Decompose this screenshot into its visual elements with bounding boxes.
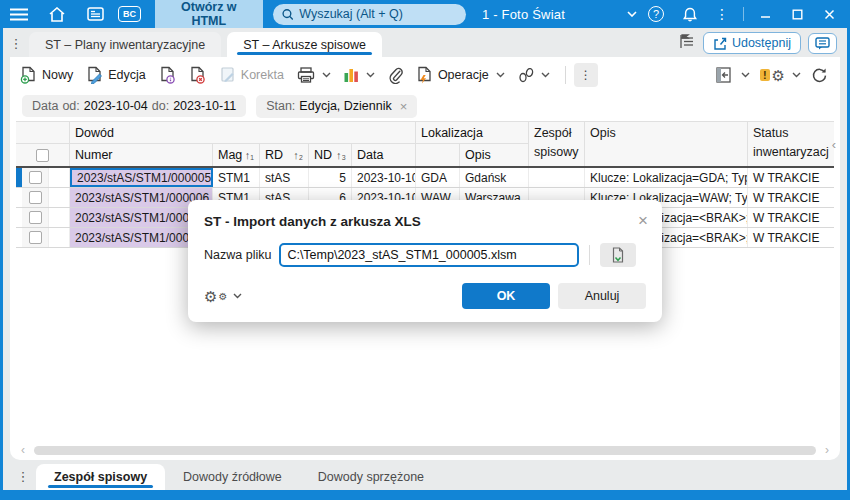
filter-chip-stan[interactable]: Stan: Edycja, Dziennik × (256, 95, 417, 118)
footer-tab-dowody-zrodlowe[interactable]: Dowody źródłowe (165, 464, 300, 490)
cancel-button[interactable]: Anuluj (558, 283, 646, 309)
filter-do-label: do: (152, 99, 169, 113)
preview-button[interactable] (159, 66, 176, 84)
edit-button-label: Edycja (108, 68, 146, 82)
col-header-data[interactable]: Data (352, 144, 416, 166)
browse-file-button[interactable] (600, 243, 636, 267)
file-open-icon (611, 247, 625, 263)
help-icon[interactable]: ? (643, 3, 669, 25)
document-delete-icon (189, 66, 206, 84)
group-header-lokalizacja[interactable]: Lokalizacja (416, 122, 529, 144)
tab-arkusze-spisowe[interactable]: ST – Arkusze spisowe (227, 32, 382, 57)
col-header-mag[interactable]: Mag ↑₁ (213, 144, 260, 166)
edit-button[interactable]: Edycja (86, 66, 146, 84)
col-header-lok-opis[interactable]: Opis (460, 144, 529, 166)
bc-icon[interactable]: BC (118, 3, 141, 25)
filter-remove-icon[interactable]: × (400, 99, 408, 114)
company-chevron-down-icon[interactable] (621, 3, 643, 25)
new-document-icon (20, 66, 37, 84)
col-header-zespol-spisowy[interactable]: Zespół spisowy (529, 122, 585, 166)
news-icon[interactable] (84, 3, 106, 25)
col-mag-label: Mag (218, 148, 242, 162)
print-button[interactable] (297, 67, 331, 83)
attachments-button[interactable] (388, 67, 403, 84)
col-nd-label: ND (314, 148, 332, 162)
filter-od-label: od: (62, 99, 79, 113)
gear-icon: ⚙ (204, 289, 217, 304)
sort-asc-1-icon: ↑₁ (245, 149, 254, 161)
layout-tree-icon[interactable] (679, 34, 696, 52)
row-state-cell (49, 168, 70, 187)
tab-plany-inwentaryzacyjne[interactable]: ST – Plany inwentaryzacyjne (29, 32, 221, 57)
col-header-rd[interactable]: RD ↑₂ (260, 144, 309, 166)
row-checkbox[interactable] (29, 231, 42, 244)
workflow-button[interactable] (518, 68, 550, 83)
bar-chart-icon (344, 67, 359, 83)
select-all-checkbox[interactable] (36, 149, 49, 162)
footer-tab-zespol-spisowy[interactable]: Zespół spisowy (36, 464, 165, 490)
ok-button[interactable]: OK (462, 283, 550, 309)
share-button[interactable]: Udostępnij (703, 32, 801, 54)
refresh-button[interactable] (811, 67, 828, 83)
dialog-close-icon[interactable]: × (638, 212, 648, 229)
maximize-button[interactable] (784, 3, 810, 25)
file-name-input[interactable] (279, 243, 579, 267)
minimize-button[interactable] (752, 3, 778, 25)
chevron-down-icon (322, 72, 331, 78)
chevron-down-icon (741, 72, 750, 78)
col-header-status[interactable]: Status inwentaryzacj (748, 122, 830, 166)
notifications-bell-icon[interactable] (677, 3, 703, 25)
delete-button[interactable] (189, 66, 206, 84)
row-checkbox[interactable] (29, 191, 42, 204)
operations-button-label: Operacje (438, 68, 489, 82)
col-header-nd[interactable]: ND ↑₃ (309, 144, 352, 166)
operations-button[interactable]: Operacje (416, 66, 505, 84)
comments-button[interactable] (808, 33, 837, 54)
new-button[interactable]: Nowy (20, 66, 73, 84)
col-header-opis[interactable]: Opis (585, 122, 748, 166)
global-search[interactable] (273, 4, 466, 25)
footer-tab-dowody-sprzezone[interactable]: Dowody sprzężone (300, 464, 442, 490)
file-name-label: Nazwa pliku (204, 248, 271, 262)
close-window-button[interactable] (816, 3, 842, 25)
scroll-left-icon[interactable]: ‹ (16, 443, 30, 457)
toolbar-more-button[interactable]: ⋮ (574, 63, 598, 87)
horizontal-scrollbar[interactable]: ‹ › (16, 444, 834, 456)
cell-lokalizacja: GDA (416, 168, 460, 187)
menu-icon[interactable] (8, 3, 30, 25)
tabbar-right: Udostępnij (679, 32, 847, 57)
charts-button[interactable] (344, 67, 375, 83)
correction-button: Korekta (219, 66, 284, 84)
scrollbar-track[interactable] (30, 446, 820, 455)
scrollbar-thumb[interactable] (34, 446, 816, 455)
panel-toggle-button[interactable] (716, 67, 750, 83)
footer-kebab-icon[interactable]: ⋮ (10, 469, 36, 490)
footer-tabbar: ⋮ Zespół spisowy Dowody źródłowe Dowody … (10, 462, 840, 490)
cell-status: W TRAKCIE (748, 228, 830, 247)
cell-mag: STM1 (213, 168, 260, 187)
cell-rd: stAS (260, 168, 309, 187)
row-checkbox[interactable] (29, 211, 42, 224)
search-input[interactable] (299, 7, 457, 21)
col-header-numer[interactable]: Numer (70, 144, 213, 166)
row-state-cell (49, 228, 70, 247)
home-icon[interactable] (46, 3, 68, 25)
cell-data: 2023-10-10 (352, 168, 416, 187)
col-header-lok-code[interactable] (416, 144, 460, 166)
kebab-menu-icon[interactable]: ⋮ (709, 3, 735, 25)
table-row[interactable]: 2023/stAS/STM1/000005 STM1 stAS 5 2023-1… (16, 168, 834, 188)
group-header-dowod[interactable]: Dowód (70, 122, 416, 144)
filter-do-value: 2023-10-11 (173, 99, 236, 113)
cell-numer[interactable]: 2023/stAS/STM1/000005 (70, 168, 213, 187)
scroll-right-icon[interactable]: › (820, 443, 834, 457)
tabbar-kebab-icon[interactable]: ⋮ (3, 36, 29, 57)
sort-asc-2-icon: ↑₂ (293, 149, 303, 161)
dialog-settings-button[interactable]: ⚙⚙ (204, 289, 242, 304)
filter-chip-data[interactable]: Data od: 2023-10-04 do: 2023-10-11 (22, 95, 246, 117)
row-checkbox[interactable] (29, 171, 42, 184)
titlebar: BC Otwórz w HTML 1 - Foto Świat ? ⋮ (0, 0, 850, 28)
share-icon (713, 37, 727, 50)
paperclip-icon (388, 67, 403, 84)
collapse-panel-icon[interactable]: ‹ (828, 129, 840, 159)
validation-settings-button[interactable]: !⚙ (760, 68, 801, 83)
